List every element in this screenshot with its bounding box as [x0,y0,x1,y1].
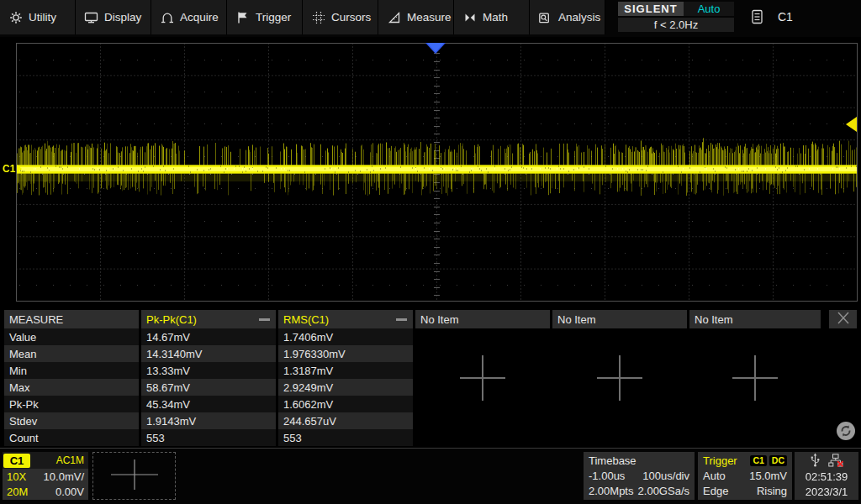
system-status-panel: 02:51:39 2023/3/1 [795,452,858,500]
menu-item-label: Acquire [180,11,219,24]
acquire-icon [160,10,174,24]
remove-measure-icon[interactable] [396,318,407,321]
measure-value: 553 [278,429,413,446]
remove-measure-icon[interactable] [259,318,270,321]
menu-item-label: Utility [29,11,56,24]
measure-value: 1.9143mV [141,412,276,429]
menu-item-label: Measure [407,11,452,24]
measure-value: 58.67mV [141,379,276,396]
menu-item-label: Cursors [331,11,371,24]
menu-item-math[interactable]: Math [454,0,530,34]
measure-close-button[interactable] [829,310,857,328]
clock-date: 2023/3/1 [806,484,848,499]
clock-time: 02:51:39 [806,469,848,484]
add-measure-button[interactable] [458,354,507,402]
menu-item-acquire[interactable]: Acquire [151,0,227,34]
waveform-display[interactable] [0,37,861,309]
measure-row-label: Stdev [4,412,139,429]
measure-value: 553 [141,429,276,446]
monitor-icon [84,10,98,24]
measure-value: 1.976330mV [278,345,413,362]
usb-icon [810,453,821,470]
notification-area[interactable]: C1 [750,9,793,24]
trigger-position-marker[interactable] [425,43,446,54]
add-channel-plus-icon [108,457,161,495]
menu-item-cursors[interactable]: Cursors [303,0,378,34]
measure-value: 14.67mV [141,328,276,345]
channel-badge: C1 [3,454,30,468]
add-measure-button[interactable] [731,354,779,402]
add-measure-button[interactable] [595,354,644,402]
channel-bandwidth: 20M [7,486,28,498]
lan-disconnected-icon [828,454,843,470]
timebase-sample-rate: 2.00GSa/s [638,485,689,497]
measure-row-label: Pk-Pk [4,396,139,412]
measure-row-label: Mean [4,345,139,362]
menu-item-label: Analysis [558,11,600,24]
measure-row-label: Value [4,328,139,345]
measure-row-label: Min [4,362,139,379]
measure-column-header[interactable]: Pk-Pk(C1) [141,310,276,328]
clipboard-icon [750,9,764,24]
menu-item-label: Display [104,11,141,24]
analysis-icon [538,10,552,24]
measure-empty-header: No Item [552,310,687,328]
channel-coupling: AC1M [56,454,84,466]
reset-statistics-icon [836,431,856,444]
trigger-level: 15.0mV [749,470,787,482]
channel-attenuation: 10X [7,470,26,483]
bottom-status-bar: C1 AC1M 10X 10.0mV/ 20M 0.00V Timebase -… [0,448,861,504]
menu-item-label: Trigger [256,11,291,24]
measure-value: 45.34mV [141,396,276,412]
menu-item-trigger[interactable]: Trigger [227,0,303,34]
timebase-delay: -1.00us [589,470,625,482]
menu-item-utility[interactable]: Utility [0,0,76,34]
timebase-scale: 100us/div [642,470,689,482]
measure-value: 2.9249mV [278,379,413,396]
trigger-level-marker[interactable] [846,117,857,132]
acquisition-mode-badge: Auto [684,2,734,16]
measure-row-label: Count [4,429,139,446]
trigger-title: Trigger [703,454,737,467]
menu-item-display[interactable]: Display [76,0,151,34]
measure-panel: MEASUREPk-Pk(C1)RMS(C1)No ItemNo ItemNo … [0,309,861,448]
trigger-descriptor[interactable]: Trigger C1 DC Auto 15.0mV Edge Rising [698,452,792,500]
measure-empty-header: No Item [415,310,550,328]
measure-value: 244.657uV [278,412,413,429]
menu-bar: UtilityDisplayAcquireTriggerCursorsMeasu… [0,0,861,37]
siglent-logo: SIGLENT [618,2,684,16]
timebase-descriptor[interactable]: Timebase -1.00us 100us/div 2.00Mpts 2.00… [584,452,695,500]
measure-empty-header: No Item [689,310,821,328]
trigger-coupling-badge: DC [769,455,787,466]
oscilloscope-screen: { "menu": { "items": [ {"id":"utility","… [0,0,861,504]
gear-icon [8,10,23,24]
measure-value: 14.3140mV [141,345,276,362]
channel-offset-arrow-icon [17,165,22,173]
math-icon [462,10,477,24]
measure-value: 1.6062mV [278,396,413,412]
channel-offset-value: 0.00V [55,486,84,498]
menu-item-analysis[interactable]: Analysis [530,0,605,34]
menu-item-measure[interactable]: Measure [378,0,454,34]
brand-block: SIGLENT Auto f < 2.0Hz [618,2,734,33]
close-icon [836,312,851,327]
channel-volts-per-div: 10.0mV/ [44,470,84,483]
measure-corner-header: MEASURE [4,310,139,328]
menu-item-label: Math [483,11,508,24]
flag-icon [235,10,250,24]
timebase-title: Timebase [589,454,637,467]
channel-offset-label: C1 [3,163,15,175]
trigger-slope: Rising [757,485,787,497]
trigger-type: Edge [703,485,728,497]
measure-row-label: Max [4,379,139,396]
notification-channel-label: C1 [778,10,793,24]
timebase-memory-depth: 2.00Mpts [589,485,633,497]
measure-column-label: Pk-Pk(C1) [146,313,197,326]
channel-offset-marker[interactable]: C1 [3,163,22,175]
add-channel-box[interactable] [92,452,176,500]
reset-statistics-button[interactable] [836,421,856,441]
measure-value: 13.33mV [141,362,276,379]
measure-value: 1.3187mV [278,362,413,379]
channel-descriptor-c1[interactable]: C1 AC1M 10X 10.0mV/ 20M 0.00V [3,452,88,500]
measure-column-header[interactable]: RMS(C1) [278,310,413,328]
